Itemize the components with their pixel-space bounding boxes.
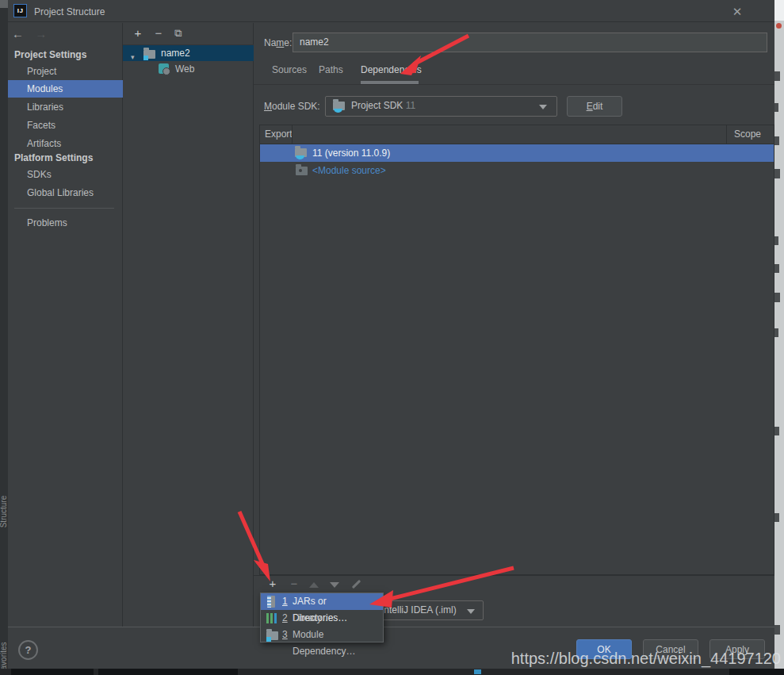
module-sdk-select[interactable]: Project SDK 11 [325,96,557,117]
title-bar: IJ Project Structure ✕ [8,0,774,22]
column-header-scope[interactable]: Scope [734,125,761,144]
forward-icon: → [35,27,47,40]
clipped-text-fragment [774,328,778,337]
dependencies-pane: Name: name2 Sources Paths Dependencies M… [254,23,774,627]
clipped-text-fragment [774,103,778,112]
chevron-down-icon [467,609,475,614]
sidebar-item-global-libraries[interactable]: Global Libraries [8,184,123,201]
storage-format-select[interactable]: IntelliJ IDEA (.iml) [373,600,484,620]
settings-sidebar: ← → Project Settings Project Modules Lib… [8,23,123,627]
folder-icon [296,167,308,175]
background-window-edge [774,0,784,669]
tree-row-web[interactable]: Web [123,61,254,77]
clipped-red-icon [776,23,782,29]
remove-dependency-icon[interactable]: − [287,577,301,591]
add-module-icon[interactable]: + [131,26,145,40]
tree-root-label: name2 [161,45,190,61]
move-up-icon[interactable] [309,582,319,588]
add-dependency-icon[interactable]: + [266,577,280,591]
tab-paths[interactable]: Paths [319,64,343,75]
sidebar-item-problems[interactable]: Problems [8,214,123,232]
add-dependency-menu: 1 JARs or Directories… 2 Library… 3 Modu… [260,593,384,642]
back-icon[interactable]: ← [12,27,24,40]
sidebar-item-modules[interactable]: Modules [8,80,123,98]
table-row-module-source[interactable]: <Module source> [260,162,774,179]
name-label: Name: [264,37,292,48]
module-sdk-label: Module SDK: [264,101,320,112]
ide-left-strip: Structure Favorites [0,0,8,675]
dependencies-toolbar: + − [254,575,774,593]
table-row-sdk[interactable]: 11 (version 11.0.9) [260,144,774,162]
sidebar-item-libraries[interactable]: Libraries [8,98,123,116]
watermark: https://blog.csdn.net/weixin_44197120 [511,650,781,668]
ide-corner [0,0,8,8]
edit-pencil-icon[interactable] [352,580,361,589]
column-divider[interactable] [292,125,293,144]
footer-divider [8,627,774,627]
clipped-text-fragment [774,625,780,635]
module-tree-panel: + − ⧉ ▾ name2 Web [123,23,254,627]
jar-icon [267,596,275,608]
module-folder-icon [143,50,155,59]
sdk-icon [333,102,345,110]
sidebar-item-sdks[interactable]: SDKs [8,166,123,183]
clipped-text-fragment [774,236,778,245]
sidebar-item-project[interactable]: Project [8,63,123,80]
web-facet-icon [159,63,169,74]
menu-item-module-dependency[interactable]: 3 Module Dependency… [261,627,383,643]
dependencies-table: Export Scope 11 (version 11.0.9) <Module… [259,125,774,575]
close-icon[interactable]: ✕ [729,4,745,20]
edit-button[interactable]: Edit [567,96,622,117]
library-icon [266,613,277,623]
remove-module-icon[interactable]: − [151,26,166,40]
module-folder-icon [266,631,278,640]
chevron-down-icon [539,105,547,109]
tree-toolbar: + − ⧉ [123,23,254,45]
tab-dependencies[interactable]: Dependencies [361,64,422,75]
name-input[interactable]: name2 [293,33,767,52]
menu-item-jars-or-directories[interactable]: 1 JARs or Directories… [261,593,383,610]
dialog-title: Project Structure [34,6,105,17]
sidebar-divider [14,208,114,209]
clipped-text-fragment [774,427,779,435]
clipped-text-fragment [774,169,780,178]
clipped-text-fragment [774,136,779,145]
project-structure-dialog: IJ Project Structure ✕ ← → Project Setti… [8,0,774,669]
column-header-export[interactable]: Export [265,125,293,144]
tool-window-favorites-label[interactable]: Favorites [0,627,8,675]
intellij-logo-icon: IJ [13,4,27,17]
column-divider[interactable] [726,125,727,144]
section-header-platform-settings: Platform Settings [14,152,93,163]
section-header-project-settings: Project Settings [14,49,86,60]
clipped-status-icon [474,669,481,674]
clipped-text-fragment [774,293,780,302]
screen: Structure Favorites IJ Project Structure… [0,0,784,675]
clipped-text-fragment [774,513,779,522]
tree-child-label: Web [175,61,194,77]
tab-sources[interactable]: Sources [272,64,307,75]
ide-status-strip [0,669,784,675]
tree-row-name2[interactable]: ▾ name2 [123,45,254,61]
tabs-divider [254,84,774,85]
move-down-icon[interactable] [330,582,339,588]
sdk-icon [295,148,307,157]
sidebar-item-artifacts[interactable]: Artifacts [8,135,123,152]
clipped-text-fragment [774,264,779,273]
clipped-text-fragment [774,71,780,81]
help-button[interactable]: ? [18,640,38,660]
menu-item-library[interactable]: 2 Library… [261,610,383,627]
copy-module-icon[interactable]: ⧉ [171,26,185,40]
sidebar-item-facets[interactable]: Facets [8,117,123,134]
clipped-ui-fragment [774,0,784,21]
tool-window-structure-label[interactable]: Structure [0,480,8,543]
